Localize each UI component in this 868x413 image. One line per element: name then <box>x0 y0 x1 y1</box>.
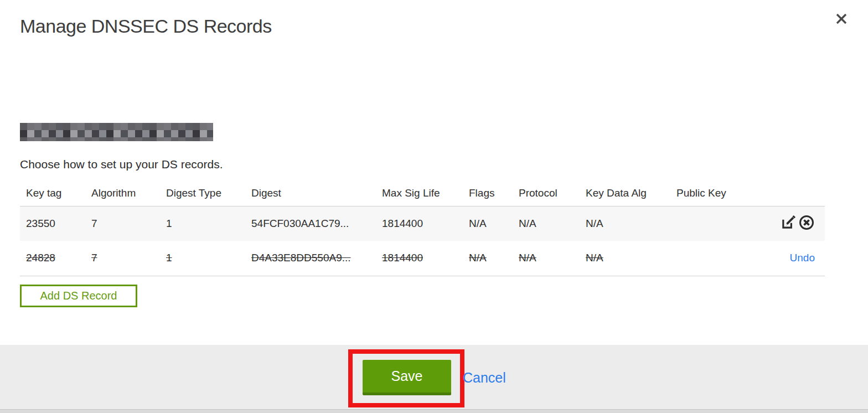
delete-record-icon[interactable] <box>798 214 815 231</box>
cell-max-sig-life: 1814400 <box>376 241 463 276</box>
close-icon <box>834 12 849 28</box>
cell-public-key <box>670 206 742 241</box>
cell-key-data-alg: N/A <box>580 241 670 276</box>
column-header-digest: Digest <box>245 180 376 206</box>
cell-algorithm: 7 <box>85 241 160 276</box>
cell-digest-type: 1 <box>160 241 245 276</box>
cell-public-key <box>670 241 742 276</box>
column-header-algorithm: Algorithm <box>85 180 160 206</box>
edit-record-icon[interactable] <box>781 214 797 230</box>
table-row: 23550 7 1 54FCF030AA1C79... 1814400 N/A … <box>20 206 825 241</box>
table-header-row: Key tag Algorithm Digest Type Digest Max… <box>20 180 825 206</box>
add-ds-record-button[interactable]: Add DS Record <box>20 285 137 307</box>
column-header-max-sig-life: Max Sig Life <box>376 180 463 206</box>
page-title: Manage DNSSEC DS Records <box>20 16 272 37</box>
redacted-domain-name <box>20 123 213 141</box>
cell-digest: 54FCF030AA1C79... <box>245 206 376 241</box>
cell-digest-type: 1 <box>160 206 245 241</box>
ds-records-table: Key tag Algorithm Digest Type Digest Max… <box>20 180 825 307</box>
cell-algorithm: 7 <box>85 206 160 241</box>
column-header-flags: Flags <box>463 180 513 206</box>
column-header-digest-type: Digest Type <box>160 180 245 206</box>
row-actions: Undo <box>742 241 825 276</box>
column-header-key-data-alg: Key Data Alg <box>580 180 670 206</box>
page-behind-modal-strip <box>0 409 868 413</box>
undo-link[interactable]: Undo <box>790 252 815 264</box>
cell-flags: N/A <box>463 241 513 276</box>
close-button[interactable] <box>833 11 850 29</box>
column-header-key-tag: Key tag <box>20 180 85 206</box>
cell-digest: D4A33E8DD550A9... <box>245 241 376 276</box>
cell-protocol: N/A <box>513 241 580 276</box>
subtitle-text: Choose how to set up your DS records. <box>20 158 223 171</box>
cell-key-tag: 23550 <box>20 206 85 241</box>
row-actions <box>742 206 825 241</box>
column-header-public-key: Public Key <box>670 180 742 206</box>
save-button[interactable]: Save <box>363 360 451 395</box>
cell-flags: N/A <box>463 206 513 241</box>
manage-dnssec-ds-records-dialog: Manage DNSSEC DS Records Choose how to s… <box>0 0 868 413</box>
cancel-link[interactable]: Cancel <box>463 370 506 386</box>
cell-max-sig-life: 1814400 <box>376 206 463 241</box>
cell-key-data-alg: N/A <box>580 206 670 241</box>
table-row: 24828 7 1 D4A33E8DD550A9... 1814400 N/A … <box>20 241 825 276</box>
column-header-protocol: Protocol <box>513 180 580 206</box>
cell-protocol: N/A <box>513 206 580 241</box>
cell-key-tag: 24828 <box>20 241 85 276</box>
column-header-actions <box>742 180 825 206</box>
